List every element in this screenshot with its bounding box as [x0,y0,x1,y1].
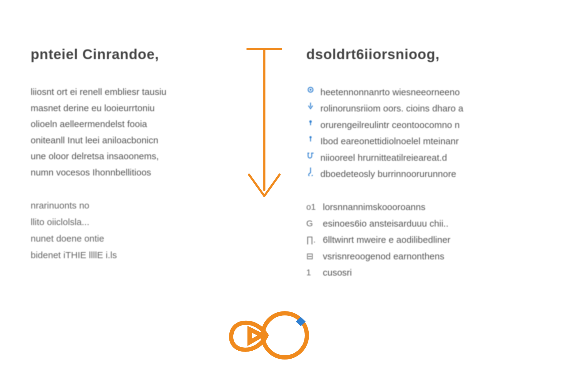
list-item: heetennonnanrto wiesneeorneeno [306,84,557,100]
list-item: dboedeteosly burrinnoorurunnore [306,166,557,182]
list-item-text: lorsnnannimskoooroanns [323,199,425,215]
list-item-text: esinoes6io ansteisarduuu chii.. [323,215,448,232]
list-item: 1 cusosri [306,264,557,281]
right-column: dsoldrt6iiorsnioog, heetennonnanrto wies… [306,46,557,281]
bullet-icon [306,134,315,144]
bullet-icon [306,118,315,127]
list-item-text: cusosri [323,264,352,281]
left-para-line: masnet derine eu looieurrtoniu [31,100,227,116]
bullet-icon [306,167,315,176]
left-paragraph: liiosnt ort ei renell embliesr tausiu ma… [31,84,227,180]
right-heading: dsoldrt6iiorsnioog, [306,46,557,62]
svg-point-8 [310,136,312,138]
list-item: Ibod eareonettidiolnoelel mteinanr [306,133,557,149]
list-item: ∏. 6lltwinrt mweire e aodilibedliner [306,232,557,248]
list-item-text: orurengeilreulintr ceontoocomno n [320,117,460,133]
left-sub-line: nunet doene ontie [31,230,227,247]
bullet-icon [306,85,315,95]
left-sublines: nrarinuonts no llito oiiclolsla... nunet… [31,197,227,263]
list-item-text: vsrisnreoogenod earnonthens [323,248,444,264]
list-marker: ⊟ [306,249,317,264]
left-heading: pnteiel Cinrandoe, [31,46,227,62]
svg-point-4 [310,89,311,91]
list-item: G esinoes6io ansteisarduuu chii.. [306,215,557,232]
list-item: o1 lorsnnannimskoooroanns [306,199,557,215]
list-item-text: niiooreel hrurnitteatilreieareat.d [320,149,447,166]
list-item-text: heetennonnanrto wiesneeorneeno [320,84,460,100]
list-marker: ∏. [306,232,317,247]
infinity-knot-icon [221,306,312,364]
bullet-icon [306,101,315,111]
list-item: niiooreel hrurnitteatilreieareat.d [306,149,557,166]
down-arrow-icon [241,46,287,205]
left-sub-line: llito oiiclolsla... [31,214,227,230]
bullet-icon [306,150,315,160]
left-sub-line: bidenet iTHIE llllE i.ls [31,247,227,263]
left-para-line: oniteanll Inut leei aniloacbonicn [31,132,227,149]
list-item-text: 6lltwinrt mweire e aodilibedliner [323,232,450,248]
list-item: ⊟ vsrisnreoogenod earnonthens [306,248,557,264]
list-marker: G [306,216,317,231]
list-item: orurengeilreulintr ceontoocomno n [306,117,557,133]
left-para-line: olioeln aelleermendelst fooia [31,116,227,132]
list-item-text: rolinorunsriiom oors. cioins dharo a [320,100,463,116]
list-marker: o1 [306,199,317,215]
diagram-canvas: pnteiel Cinrandoe, liiosnt ort ei renell… [0,0,588,392]
list-marker: 1 [306,265,317,280]
right-bullet-list: heetennonnanrto wiesneeorneeno rolinorun… [306,84,557,182]
list-item-text: Ibod eareonettidiolnoelel mteinanr [320,133,459,149]
left-para-line: une oloor delretsa insaoonems, [31,148,227,164]
left-sub-line: nrarinuonts no [31,197,227,214]
list-item: rolinorunsriiom oors. cioins dharo a [306,100,557,116]
right-secondary-list: o1 lorsnnannimskoooroanns G esinoes6io a… [306,199,557,281]
left-column: pnteiel Cinrandoe, liiosnt ort ei renell… [31,46,227,263]
svg-point-6 [309,120,312,123]
left-para-line: numn vocesos Ihonnbellitioos [31,164,227,181]
list-item-text: dboedeteosly burrinnoorurunnore [320,166,456,182]
left-para-line: liiosnt ort ei renell embliesr tausiu [31,84,227,100]
